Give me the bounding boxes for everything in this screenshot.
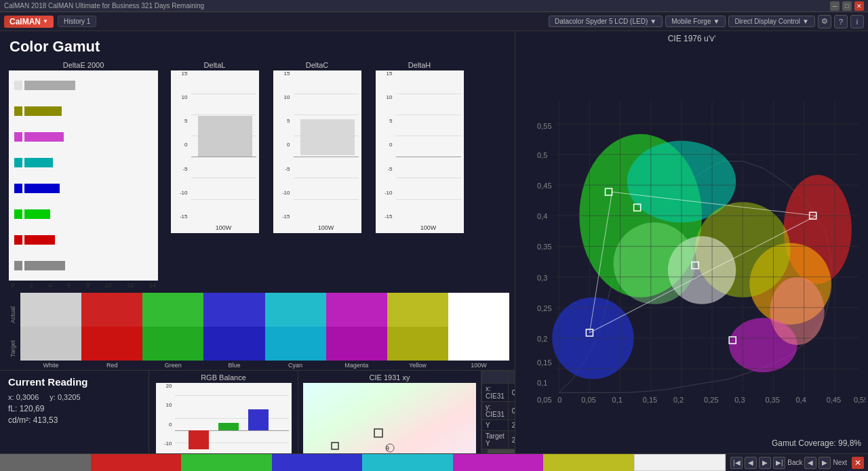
rgb-balance-panel: RGB Balance 20 10 0 -10 -20 — [149, 371, 298, 453]
bottom-swatch-blue[interactable] — [272, 454, 363, 471]
swatch-yellow: Yellow — [387, 293, 448, 370]
swatch-cyan-target — [265, 327, 326, 361]
play-btn[interactable]: ▶ — [759, 457, 771, 469]
deltae-color-green — [14, 209, 22, 219]
bottom-swatch-magenta[interactable] — [453, 454, 544, 471]
y-value: 0,3205 — [58, 393, 81, 401]
zero-line — [396, 157, 461, 157]
table-scrollbar[interactable] — [481, 449, 515, 453]
table-row: Y 218,3800 44,4810 165,8260 15,4650 176,… — [482, 420, 515, 431]
swatch-magenta: Magenta — [326, 293, 387, 370]
bottom-swatch-100w[interactable] — [634, 454, 726, 471]
cdm2-reading: cd/m²: 413,53 — [8, 415, 140, 425]
swatch-cyan-actual — [265, 293, 326, 327]
xy-row: x: 0,3006 y: 0,3205 — [8, 393, 140, 401]
gridline — [294, 178, 359, 178]
swatch-blue-label: Blue — [203, 361, 264, 370]
prev-btn[interactable]: ◀ — [745, 457, 757, 469]
svg-text:0,25: 0,25 — [537, 304, 551, 312]
deltah-canvas: 15 10 5 0 -5 -10 -15 — [376, 70, 464, 233]
minimize-button[interactable]: ─ — [830, 1, 840, 11]
device2-button[interactable]: Mobile Forge ▼ — [665, 16, 726, 27]
svg-point-38 — [614, 222, 695, 304]
back-btn[interactable]: ◀ — [804, 457, 816, 469]
bottom-swatch-red[interactable] — [91, 454, 182, 471]
device1-label: Datacolor Spyder 5 LCD (LED) — [555, 18, 648, 25]
main-content: Color Gamut DeltaE 2000 — [0, 31, 868, 471]
svg-text:0,35: 0,35 — [765, 396, 779, 404]
cie1931-canvas: θ — [303, 383, 476, 453]
close-button[interactable]: ✕ — [854, 1, 864, 11]
device3-button[interactable]: Direct Display Control ▼ — [728, 16, 815, 27]
svg-text:0,2: 0,2 — [537, 335, 547, 343]
svg-text:0,1: 0,1 — [612, 396, 623, 404]
cie1976-title: CIE 1976 u'v' — [515, 31, 868, 46]
deltac-yaxis: 15 10 5 0 -5 -10 -15 — [273, 70, 292, 220]
help-button[interactable]: ? — [834, 15, 848, 28]
settings-button[interactable]: ⚙ — [818, 15, 831, 28]
bottom-swatch-cyan[interactable] — [362, 454, 453, 471]
swatch-100w-label: 100W — [448, 361, 509, 370]
history-tab[interactable]: History 1 — [58, 16, 96, 27]
swatch-blue-actual — [203, 293, 264, 327]
deltae-bar-magenta — [24, 132, 64, 142]
deltae-row-white — [14, 81, 153, 90]
x-value: 0,3006 — [16, 393, 39, 401]
cie1931-panel: CIE 1931 xy — [298, 371, 481, 453]
gridline — [191, 199, 256, 200]
deltal-chart: DeltaL 15 10 5 0 -5 -10 -15 — [165, 61, 264, 290]
maximize-button[interactable]: □ — [842, 1, 852, 11]
prev-icon-btn[interactable]: |◀ — [730, 457, 743, 469]
svg-text:0,15: 0,15 — [537, 359, 551, 367]
swatch-magenta-actual — [326, 293, 387, 327]
swatch-magenta-label: Magenta — [326, 361, 387, 370]
gridline — [294, 115, 359, 115]
cie1976-panel: CIE 1976 u'v' — [515, 31, 868, 453]
toolbar: CalMAN ▼ History 1 Datacolor Spyder 5 LC… — [0, 12, 868, 31]
current-reading-panel: Current Reading x: 0,3006 y: 0,3205 fL: … — [0, 371, 149, 453]
device1-button[interactable]: Datacolor Spyder 5 LCD (LED) ▼ — [549, 16, 663, 27]
deltae-chart: DeltaE 2000 — [5, 61, 161, 290]
next-btn[interactable]: ▶| — [773, 457, 785, 469]
gridline — [396, 199, 461, 200]
svg-text:0,55: 0,55 — [537, 122, 551, 130]
deltac-xlabel: 100W — [294, 224, 359, 231]
info-button[interactable]: i — [850, 15, 864, 28]
calman-logo[interactable]: CalMAN ▼ — [4, 16, 54, 28]
svg-text:0,25: 0,25 — [704, 396, 718, 404]
swatch-cyan-label: Cyan — [265, 361, 326, 370]
gridline — [191, 115, 256, 115]
th-empty — [482, 371, 509, 384]
scrollbar-thumb[interactable] — [488, 449, 515, 453]
bottom-swatch-yellow[interactable] — [543, 454, 634, 471]
gridline — [175, 418, 289, 419]
forward-btn[interactable]: ▶ — [818, 457, 831, 469]
swatch-green-label: Green — [142, 361, 203, 370]
cie1976-svg: 0,55 0,5 0,45 0,4 0,35 0,3 0,25 0,2 0,15… — [518, 47, 865, 452]
gridline — [396, 94, 461, 94]
data-table: White Red Green Blue Cyan Magenta Yellow… — [481, 371, 515, 449]
y-label: y: — [50, 393, 56, 401]
bottom-swatch-white[interactable] — [0, 454, 91, 471]
deltae-row-red — [14, 235, 153, 245]
deltae-color-white — [14, 81, 22, 90]
device3-dropdown-icon: ▼ — [802, 18, 809, 25]
left-panel: Color Gamut DeltaE 2000 — [0, 31, 515, 453]
deltac-chart: DeltaC 15 10 5 0 -5 -10 -15 — [268, 61, 366, 290]
x-label-6: 6 — [67, 282, 71, 289]
x-label-4: 4 — [48, 282, 52, 289]
data-table-panel: White Red Green Blue Cyan Magenta Yellow… — [481, 371, 515, 453]
cie1931-svg: θ — [303, 383, 476, 453]
close-nav-button[interactable]: ✕ — [852, 457, 864, 469]
swatch-white-label: White — [20, 361, 81, 370]
deltal-canvas: 15 10 5 0 -5 -10 -15 — [171, 70, 259, 233]
deltae-canvas — [9, 70, 158, 281]
device1-dropdown-icon: ▼ — [650, 18, 656, 25]
bottom-swatch-green[interactable] — [181, 454, 272, 471]
deltae-bar-blue — [24, 184, 60, 193]
swatch-blue: Blue — [203, 293, 264, 370]
bottom-row: Current Reading x: 0,3006 y: 0,3205 fL: … — [0, 370, 515, 453]
x-label: x: — [8, 393, 14, 401]
swatch-red: Red — [81, 293, 142, 370]
swatch-green-actual — [142, 293, 203, 327]
